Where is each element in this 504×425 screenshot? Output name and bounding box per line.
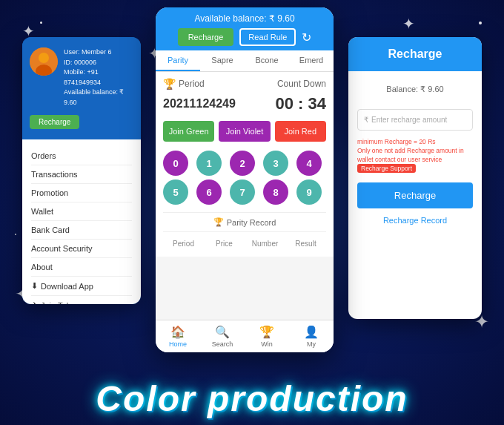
num-btn-3[interactable]: 3 [263,151,288,176]
number-grid: 0 1 2 3 4 5 6 7 8 9 [163,151,326,205]
home-icon: 🏠 [170,325,185,339]
action-buttons: Join Green Join Violet Join Red [163,121,326,142]
recharge-input-placeholder: Enter recharge amount [371,116,447,124]
menu-item-transactions[interactable]: Transactions [31,165,132,184]
num-btn-7[interactable]: 7 [230,179,255,205]
user-label: User: [64,48,80,56]
win-icon: 🏆 [259,325,274,339]
num-btn-2[interactable]: 2 [230,151,255,176]
left-recharge-button[interactable]: Recharge [30,115,79,129]
screen-left: User: Member 6 ID: 000006 Mobile: +91 87… [22,37,141,304]
parity-record-section: 🏆 Parity Record [163,212,326,232]
parity-record-label: 🏆 Parity Record [163,217,326,227]
join-red-button[interactable]: Join Red [275,121,326,142]
user-details: User: Member 6 ID: 000006 Mobile: +91 87… [64,47,133,108]
menu-item-download-app[interactable]: ⬇ Download App [31,277,132,296]
input-icon: ₹ [364,116,368,124]
recharge-title: Recharge [348,37,482,71]
col-period: Period [163,240,204,248]
num-btn-5[interactable]: 5 [163,179,188,205]
tabs-bar: Parity Sapre Bcone Emerd [156,50,334,72]
recharge-input-area[interactable]: ₹ Enter recharge amount [357,109,473,131]
join-green-button[interactable]: Join Green [163,121,214,142]
user-name: Member 6 [82,48,112,56]
nav-win[interactable]: 🏆 Win [245,320,289,352]
search-icon: 🔍 [215,325,230,339]
mobile-label: Mobile: [64,68,85,76]
balance-label: Available balance: [64,88,118,96]
record-trophy-icon: 🏆 [213,217,224,227]
screens-container: User: Member 6 ID: 000006 Mobile: +91 87… [0,0,504,363]
available-balance: Available balance: ₹ 9.60 [163,13,326,24]
screen-center: Available balance: ₹ 9.60 Recharge Read … [156,7,334,352]
num-btn-9[interactable]: 9 [296,179,322,205]
user-panel: User: Member 6 ID: 000006 Mobile: +91 87… [22,37,141,139]
num-btn-6[interactable]: 6 [196,179,222,205]
col-number: Number [245,240,285,248]
period-label: 🏆 Period [163,78,205,90]
trophy-icon: 🏆 [163,78,176,90]
col-result: Result [285,240,326,248]
id-label: ID: [64,59,73,66]
bottom-title: Color production [0,378,504,419]
menu-item-account-security[interactable]: Account Security [31,240,132,258]
tab-bcone[interactable]: Bcone [245,50,289,71]
telegram-icon: ✈ [31,300,38,304]
tab-parity[interactable]: Parity [156,50,200,71]
recharge-support-badge[interactable]: Recharge Support [357,164,416,173]
menu-item-about[interactable]: About [31,258,132,277]
record-table-header: Period Price Number Result [163,237,326,251]
period-number: 20211124249 [163,97,236,111]
recharge-record-link[interactable]: Recharge Record [357,216,473,225]
menu-item-join-telegram[interactable]: ✈ Join Telegram [31,296,132,304]
menu-item-promotion[interactable]: Promotion [31,184,132,202]
center-recharge-button[interactable]: Recharge [178,28,234,46]
left-menu: Orders Transactions Promotion Wallet Ban… [22,139,141,304]
period-header-row: 🏆 Period Count Down [163,78,326,90]
download-icon: ⬇ [31,281,38,291]
user-info: User: Member 6 ID: 000006 Mobile: +91 87… [30,47,133,108]
note-minimum: minimum Recharge = 20 Rs [357,138,473,147]
refresh-icon[interactable]: ↻ [302,30,311,45]
recharge-main-button[interactable]: Recharge [357,182,473,208]
recharge-body: Balance: ₹ 9.60 ₹ Enter recharge amount … [348,71,482,234]
svg-point-1 [39,53,49,63]
nav-search[interactable]: 🔍 Search [200,320,245,352]
screen-right: Recharge Balance: ₹ 9.60 ₹ Enter recharg… [348,37,482,319]
menu-item-orders[interactable]: Orders [31,147,132,165]
game-area: 🏆 Period Count Down 20211124249 00 : 34 … [156,72,334,257]
col-price: Price [204,240,245,248]
countdown-value: 00 : 34 [276,94,327,113]
tab-emerd[interactable]: Emerd [289,50,334,71]
period-value-row: 20211124249 00 : 34 [163,94,326,113]
num-btn-8[interactable]: 8 [263,179,288,205]
avatar [30,47,58,76]
menu-item-bank-card[interactable]: Bank Card [31,221,132,240]
my-icon: 👤 [304,325,319,339]
num-btn-1[interactable]: 1 [196,151,222,176]
nav-home[interactable]: 🏠 Home [156,320,200,352]
top-bar: Available balance: ₹ 9.60 Recharge Read … [156,7,334,50]
recharge-notes: minimum Recharge = 20 Rs Only one not ad… [357,138,473,174]
read-rule-button[interactable]: Read Rule [239,28,296,46]
nav-my[interactable]: 👤 My [289,320,334,352]
join-violet-button[interactable]: Join Violet [219,121,270,142]
recharge-balance-display: Balance: ₹ 9.60 [357,80,473,99]
tab-sapre[interactable]: Sapre [200,50,245,71]
bottom-nav: 🏠 Home 🔍 Search 🏆 Win 👤 My [156,320,334,352]
menu-item-wallet[interactable]: Wallet [31,202,132,221]
top-buttons: Recharge Read Rule ↻ [163,28,326,46]
num-btn-4[interactable]: 4 [296,151,322,176]
user-id: 000006 [74,59,96,66]
num-btn-0[interactable]: 0 [163,151,188,176]
note-wallet: Only one not add Recharge amount in wall… [357,147,473,174]
countdown-label: Count Down [277,79,326,89]
